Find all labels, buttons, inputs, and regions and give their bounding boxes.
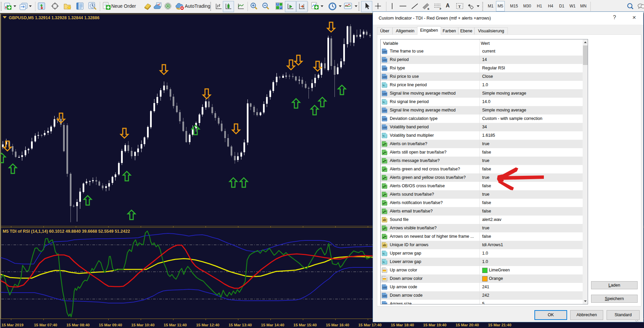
svg-text:123: 123 [382, 59, 387, 62]
svg-text:15 Mar 17:40: 15 Mar 17:40 [358, 323, 382, 327]
svg-text:15 Mar 16:40: 15 Mar 16:40 [326, 323, 349, 327]
svg-text:123: 123 [382, 303, 387, 305]
svg-text:½: ½ [383, 134, 385, 137]
svg-text:15 Mar 10:40: 15 Mar 10:40 [131, 323, 154, 327]
svg-text:123: 123 [382, 50, 387, 53]
svg-text:½: ½ [383, 261, 385, 264]
svg-text:15 Mar 08:40: 15 Mar 08:40 [66, 323, 90, 327]
svg-text:15 Mar 20:40: 15 Mar 20:40 [456, 323, 479, 327]
svg-text:15 Mar 11:40: 15 Mar 11:40 [164, 323, 187, 327]
svg-text:ab: ab [383, 218, 386, 222]
svg-text:T: T [458, 4, 461, 8]
svg-text:15 Mar 15:40: 15 Mar 15:40 [293, 323, 317, 327]
svg-text:15 Mar 18:40: 15 Mar 18:40 [391, 323, 414, 327]
svg-text:15 Mar 13:40: 15 Mar 13:40 [229, 323, 252, 327]
svg-text:123: 123 [382, 118, 387, 121]
svg-text:123: 123 [382, 92, 387, 95]
svg-text:½: ½ [383, 252, 385, 255]
svg-text:123: 123 [382, 294, 387, 297]
svg-text:E: E [428, 7, 430, 10]
svg-text:15 Mar 2019: 15 Mar 2019 [2, 323, 24, 327]
svg-text:15 Mar 09:40: 15 Mar 09:40 [99, 323, 122, 327]
svg-text:M5 TDI of RSI (14,1,14) 60.10: M5 TDI of RSI (14,1,14) 60.1012 49.8840 … [3, 229, 130, 234]
svg-text:123: 123 [382, 67, 387, 70]
svg-text:123: 123 [382, 75, 387, 78]
svg-text:GBPUSD,M5 1.32914 1.32928 1.3: GBPUSD,M5 1.32914 1.32928 1.32844 1.3288… [9, 15, 99, 20]
svg-text:ab: ab [383, 243, 386, 247]
svg-text:15 Mar 07:40: 15 Mar 07:40 [34, 323, 57, 327]
svg-text:15 Mar 19:40: 15 Mar 19:40 [423, 323, 446, 327]
svg-text:15 Mar 21:40: 15 Mar 21:40 [488, 323, 511, 327]
svg-text:½: ½ [383, 84, 385, 87]
svg-text:123: 123 [382, 286, 387, 289]
svg-text:123: 123 [382, 126, 387, 129]
svg-text:½: ½ [383, 101, 385, 104]
svg-text:F: F [440, 7, 441, 10]
svg-text:15 Mar 12:40: 15 Mar 12:40 [196, 323, 219, 327]
svg-text:15 Mar 14:40: 15 Mar 14:40 [261, 323, 284, 327]
svg-text:123: 123 [382, 109, 387, 112]
